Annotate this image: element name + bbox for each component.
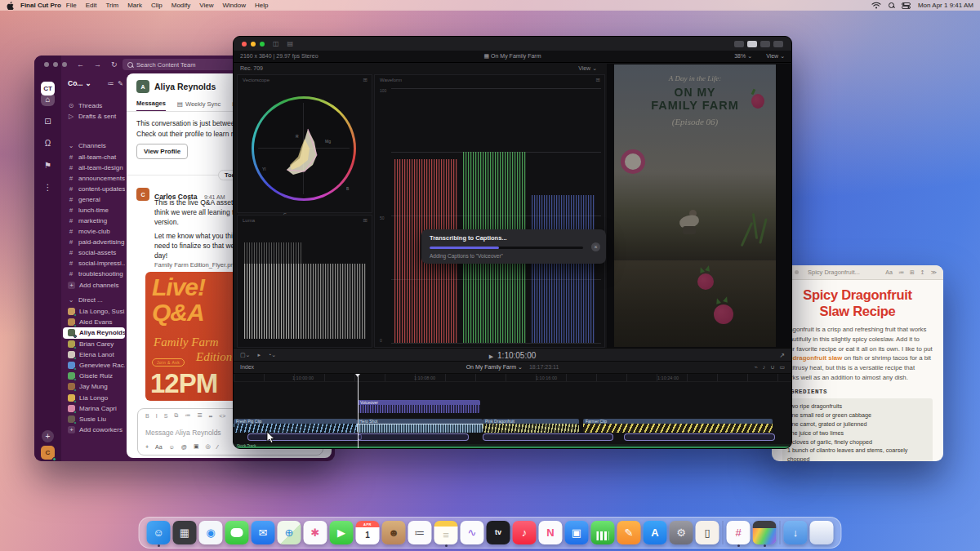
channel-item[interactable]: # troubleshooting: [63, 269, 125, 279]
dm-item[interactable]: Aled Evans: [63, 317, 125, 327]
dm-item[interactable]: Aliya Reynolds: [63, 327, 125, 338]
apple-menu-icon[interactable]: [7, 1, 14, 10]
mention-icon[interactable]: @: [181, 444, 187, 450]
avatar[interactable]: C: [136, 188, 149, 201]
control-center-icon[interactable]: [902, 2, 911, 9]
scope-settings-icon[interactable]: ⊞: [363, 217, 368, 224]
dock-final-cut-pro[interactable]: [753, 521, 777, 544]
dm-item[interactable]: Brian Carey: [63, 339, 125, 349]
dms-section-header[interactable]: ⌄ Direct ...: [63, 295, 125, 305]
menu-item[interactable]: Window: [223, 2, 246, 9]
timeline-project-menu[interactable]: On My Family Farm ⌄ 18:17:23:11: [234, 364, 791, 371]
caption-clip[interactable]: [247, 433, 362, 441]
more-icon[interactable]: ≫: [931, 269, 937, 276]
strikethrough-icon[interactable]: S: [164, 413, 168, 419]
sidebar-toggle-icon[interactable]: ◫: [273, 40, 279, 47]
menu-item[interactable]: Modify: [172, 2, 191, 9]
dock-news[interactable]: N: [539, 521, 563, 544]
zoom-button[interactable]: [260, 42, 265, 47]
channel-item[interactable]: # movie-club: [63, 226, 125, 237]
dock-appstore[interactable]: A: [644, 521, 667, 544]
dock-appletv[interactable]: tv: [487, 521, 510, 544]
more-icon[interactable]: ⋮: [41, 180, 55, 194]
audio-icon[interactable]: ◎: [206, 443, 211, 450]
forward-icon[interactable]: →: [94, 60, 101, 69]
caption-clip[interactable]: [358, 433, 469, 441]
channel-item[interactable]: # announcements: [63, 173, 125, 184]
dock-music[interactable]: ♪: [513, 521, 537, 544]
dock-photos[interactable]: ✱: [304, 521, 327, 544]
menu-item[interactable]: Help: [255, 2, 268, 9]
dm-item[interactable]: Susie Liu: [63, 414, 125, 424]
timeline-clip[interactable]: Fresh Pig Clip: [234, 419, 357, 433]
rail-add-icon[interactable]: +: [42, 430, 54, 442]
clip-appearance-icon[interactable]: ▭: [779, 364, 785, 371]
dock-mail[interactable]: ✉: [252, 521, 275, 544]
search-icon[interactable]: [889, 2, 894, 8]
channel-item[interactable]: # social-assets: [63, 247, 125, 258]
voiceover-clip[interactable]: Voiceover: [358, 400, 480, 413]
timecode-display[interactable]: ▶1:10:05:00: [234, 351, 791, 361]
code-icon[interactable]: <>: [219, 413, 225, 419]
dock-trash[interactable]: [810, 521, 834, 544]
timeline-clip[interactable]: Hero Shot: [357, 419, 483, 433]
channel-item[interactable]: # general: [63, 194, 125, 205]
channel-item[interactable]: # all-team-chat: [63, 152, 125, 162]
caption-clip[interactable]: [624, 433, 775, 441]
timeline-ruler[interactable]: 1:10:00:001:10:08:001:10:16:001:10:24:00: [234, 374, 791, 382]
scope-settings-icon[interactable]: ⊞: [596, 77, 600, 83]
dock-launchpad[interactable]: ▦: [173, 521, 197, 544]
window-controls[interactable]: [44, 62, 67, 67]
threads-icon[interactable]: ⊙ Threads: [63, 100, 125, 111]
dock-reminders[interactable]: ≔: [408, 521, 432, 544]
recipe-link[interactable]: dragonfruit slaw: [793, 354, 843, 362]
dock-messages[interactable]: [225, 521, 249, 544]
layout-viewer-button[interactable]: [747, 41, 757, 47]
channel-item[interactable]: # paid-advertising: [63, 237, 125, 247]
dock-iphone-mirroring[interactable]: ▯: [696, 521, 719, 544]
menu-item[interactable]: File: [66, 2, 77, 9]
channel-item[interactable]: # social-impressi...: [63, 258, 125, 269]
later-icon[interactable]: ⚑: [41, 158, 55, 172]
ordered-list-icon[interactable]: ≔: [185, 412, 190, 419]
layout-timeline-button[interactable]: [760, 41, 770, 47]
bullet-list-icon[interactable]: ☰: [197, 412, 202, 419]
timeline[interactable]: 1:10:00:001:10:08:001:10:16:001:10:24:00…: [234, 374, 791, 449]
compose-icon[interactable]: ✎: [118, 80, 123, 87]
dock-calendar[interactable]: APR 1: [356, 521, 380, 544]
dock-finder[interactable]: ☺: [147, 521, 171, 544]
zoom-button[interactable]: [62, 62, 67, 67]
dock-safari[interactable]: ◉: [199, 521, 223, 544]
dock-maps[interactable]: ⊕: [278, 521, 301, 544]
menu-item[interactable]: Mark: [127, 2, 142, 9]
play-icon[interactable]: ▶: [489, 353, 493, 359]
timeline-clip[interactable]: Farmer Clip: [583, 419, 773, 433]
timeline-clip[interactable]: Pink Dragonfruit: [483, 419, 579, 433]
caption-clip[interactable]: [483, 433, 613, 441]
dock-downloads[interactable]: ↓: [784, 521, 808, 544]
expand-icon[interactable]: ↗: [779, 352, 785, 359]
dock-facetime[interactable]: ▶: [330, 521, 354, 544]
dm-item[interactable]: Lia Longo, Susi...: [63, 306, 125, 317]
channel-item[interactable]: # content-updates: [63, 184, 125, 194]
layout-inspector-button[interactable]: [773, 41, 783, 47]
italic-icon[interactable]: I: [156, 413, 158, 419]
minimize-button[interactable]: [53, 62, 58, 67]
zoom-button[interactable]: [795, 270, 799, 274]
note-content[interactable]: Spicy Dragonfruit Slaw Recipe Dragonfrui…: [772, 280, 943, 461]
dm-item[interactable]: Gisele Ruiz: [63, 371, 125, 381]
shortcut-icon[interactable]: ⁄: [217, 444, 218, 450]
dock-numbers[interactable]: [591, 521, 615, 544]
video-preview[interactable]: A Day in the Life: ON MY FAMILY FARM (Ep…: [614, 64, 776, 347]
text-format-icon[interactable]: Aa: [155, 444, 163, 450]
scopes-view-menu[interactable]: View ⌄: [578, 65, 597, 72]
close-button[interactable]: [44, 62, 49, 67]
history-icon[interactable]: ↻: [111, 60, 118, 69]
playhead[interactable]: [358, 374, 359, 449]
dock-freeform[interactable]: ∿: [461, 521, 484, 544]
snapping-icon[interactable]: ∪: [770, 364, 774, 371]
format-icon[interactable]: Aa: [885, 269, 893, 276]
channel-item[interactable]: # marketing: [63, 216, 125, 226]
activity-icon[interactable]: Ω: [41, 136, 55, 150]
layout-browser-button[interactable]: [734, 41, 744, 47]
